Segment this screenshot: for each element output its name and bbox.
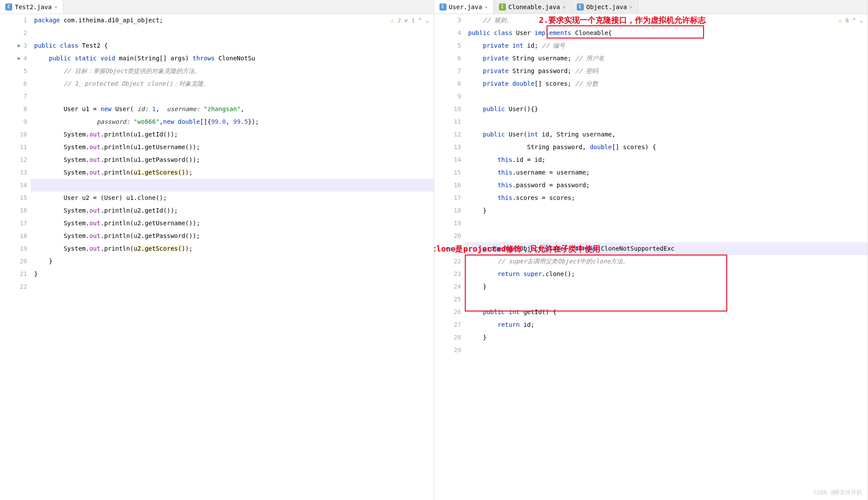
run-icon[interactable]: ▶: [17, 39, 21, 52]
code-line[interactable]: this.scores = scores;: [465, 192, 868, 204]
code-line[interactable]: }: [465, 331, 868, 344]
gutter-line: 18: [434, 204, 461, 217]
code-line[interactable]: [465, 230, 868, 242]
gutter-line: 6: [0, 77, 27, 90]
code-line[interactable]: System.out.println(u1.getPassword());: [31, 154, 434, 166]
gutter-line: 28: [434, 331, 461, 344]
left-tab-bar: C Test2.java ✕: [0, 0, 434, 14]
code-line[interactable]: package com.itheima.d10_api_object;: [31, 14, 434, 27]
tab-object[interactable]: C Object.java ✕: [572, 0, 638, 14]
gutter-line: 15: [434, 166, 461, 179]
gutter-line: 21: [0, 268, 27, 280]
gutter-line: 22: [0, 280, 27, 293]
code-line[interactable]: // 目标：掌握Object类提供的对象克隆的方法。: [31, 65, 434, 77]
close-icon[interactable]: ✕: [563, 4, 566, 10]
tab-test2[interactable]: C Test2.java ✕: [0, 0, 63, 14]
tab-label: Object.java: [586, 3, 627, 10]
gutter-line: 3: [434, 14, 461, 27]
code-line[interactable]: System.out.println(u1.getId());: [31, 128, 434, 141]
right-editor[interactable]: ⚠ 8 ⌃ ⌄ 34567891011121314151617181920↑○2…: [434, 14, 868, 500]
code-line[interactable]: return id;: [465, 318, 868, 331]
gutter-line: 6: [434, 52, 461, 65]
code-line[interactable]: System.out.println(u2.getUsername());: [31, 217, 434, 230]
code-line[interactable]: public User(int id, String username,: [465, 128, 868, 141]
java-interface-icon: I: [499, 3, 506, 10]
code-line[interactable]: [465, 344, 868, 357]
tab-label: Test2.java: [15, 3, 52, 10]
java-class-icon: C: [5, 3, 12, 10]
code-line[interactable]: }: [31, 255, 434, 268]
gutter-line: 23: [434, 268, 461, 280]
watermark: CSDN @睡觉待开机: [813, 489, 862, 497]
gutter-line: 14: [0, 179, 27, 192]
code-line[interactable]: private String username; // 用户名: [465, 52, 868, 65]
code-line[interactable]: }: [31, 268, 434, 280]
code-line[interactable]: [31, 27, 434, 39]
code-line[interactable]: [31, 280, 434, 293]
tab-label: Cloneable.java: [509, 3, 560, 10]
code-line[interactable]: String password, double[] scores) {: [465, 141, 868, 154]
code-line[interactable]: }: [465, 204, 868, 217]
gutter-line: 14: [434, 154, 461, 166]
gutter-line: 12: [0, 154, 27, 166]
code-line[interactable]: public static void main(String[] args) t…: [31, 52, 434, 65]
left-editor-pane: C Test2.java ✕ ⚠ 2 ✔ 1 ⌃ ⌄ 12▶3▶45678910…: [0, 0, 434, 500]
gutter-line: 24: [434, 280, 461, 293]
java-class-icon: C: [577, 3, 584, 10]
right-code-area[interactable]: 2.要求实现一个克隆接口，作为虚拟机允许标志 1.重写克隆方法，原因在于clon…: [465, 14, 868, 500]
close-icon[interactable]: ✕: [54, 4, 57, 10]
code-line[interactable]: User u2 = (User) u1.clone();: [31, 192, 434, 204]
code-line[interactable]: [465, 90, 868, 103]
tab-cloneable[interactable]: I Cloneable.java ✕: [494, 0, 572, 14]
code-line[interactable]: System.out.println(u1.getScores());: [31, 166, 434, 179]
left-editor[interactable]: ⚠ 2 ✔ 1 ⌃ ⌄ 12▶3▶45678910111213141516171…: [0, 14, 434, 500]
gutter-line: ▶3: [0, 39, 27, 52]
tab-user[interactable]: C User.java ✕: [434, 0, 494, 14]
gutter-line: 5: [434, 39, 461, 52]
code-line[interactable]: System.out.println(u1.getUsername());: [31, 141, 434, 154]
gutter-line: 11: [0, 141, 27, 154]
gutter-line: 10: [0, 128, 27, 141]
highlight-box-implements: [547, 25, 704, 38]
code-line[interactable]: User u1 = new User( id: 1, username: "zh…: [31, 103, 434, 115]
tab-label: User.java: [449, 3, 482, 10]
gutter-line: 2: [0, 27, 27, 39]
code-line[interactable]: // 1、protected Object clone()：对象克隆。: [31, 77, 434, 90]
code-line[interactable]: this.username = username;: [465, 166, 868, 179]
gutter-line: 20: [434, 230, 461, 242]
code-line[interactable]: [465, 115, 868, 128]
close-icon[interactable]: ✕: [630, 4, 633, 10]
code-line[interactable]: public User(){}: [465, 103, 868, 115]
close-icon[interactable]: ✕: [485, 4, 488, 10]
gutter-line: 1: [0, 14, 27, 27]
code-line[interactable]: System.out.println(u2.getScores());: [31, 242, 434, 255]
code-line[interactable]: private String password; // 密码: [465, 65, 868, 77]
gutter-line: 8: [0, 103, 27, 115]
gutter-line: 4: [434, 27, 461, 39]
code-line[interactable]: password: "wo666",new double[]{99.0, 99.…: [31, 115, 434, 128]
code-line[interactable]: [31, 179, 434, 192]
annotation-1: 1.重写克隆方法，原因在于clone是projected修饰，只允许在子类中使用: [434, 244, 600, 254]
left-code-area[interactable]: package com.itheima.d10_api_object;publi…: [31, 14, 434, 500]
gutter-line: 22: [434, 255, 461, 268]
code-line[interactable]: private double[] scores; // 分数: [465, 77, 868, 90]
code-line[interactable]: System.out.println(u2.getPassword());: [31, 230, 434, 242]
right-tab-bar: C User.java ✕ I Cloneable.java ✕ C Objec…: [434, 0, 868, 14]
right-gutter: 34567891011121314151617181920↑○212223242…: [434, 14, 465, 500]
left-gutter: 12▶3▶45678910111213141516171819202122: [0, 14, 31, 500]
code-line[interactable]: public class Test2 {: [31, 39, 434, 52]
gutter-line: 7: [434, 65, 461, 77]
gutter-line: 16: [434, 179, 461, 192]
gutter-line: 19: [434, 217, 461, 230]
gutter-line: 20: [0, 255, 27, 268]
code-line[interactable]: private int id; // 编号: [465, 39, 868, 52]
java-class-icon: C: [439, 3, 446, 10]
run-icon[interactable]: ▶: [17, 52, 21, 65]
annotation-2: 2.要求实现一个克隆接口，作为虚拟机允许标志: [539, 15, 706, 25]
code-line[interactable]: this.password = password;: [465, 179, 868, 192]
gutter-line: 17: [434, 192, 461, 204]
code-line[interactable]: System.out.println(u2.getId());: [31, 204, 434, 217]
code-line[interactable]: this.id = id;: [465, 154, 868, 166]
code-line[interactable]: [31, 90, 434, 103]
code-line[interactable]: [465, 217, 868, 230]
